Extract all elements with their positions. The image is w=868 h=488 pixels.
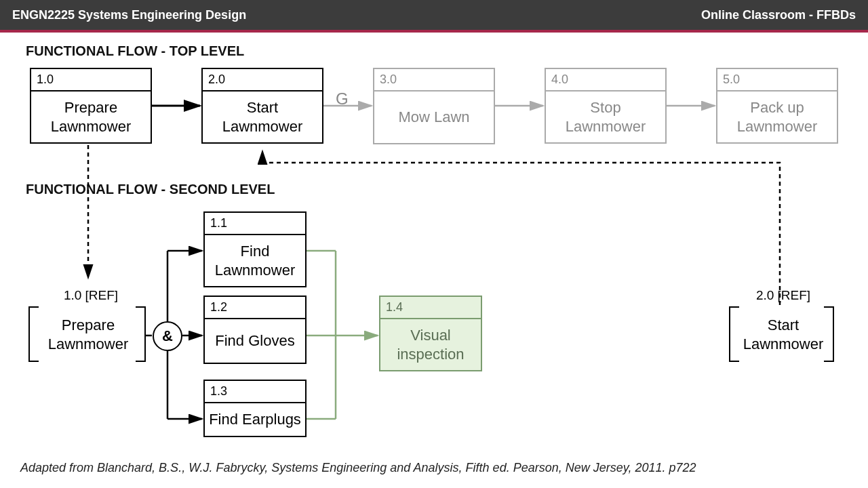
box-num: 3.0 xyxy=(374,69,494,92)
box-5-0: 5.0 Pack up Lawnmower xyxy=(716,68,838,144)
box-label: Mow Lawn xyxy=(374,92,494,143)
citation: Adapted from Blanchard, B.S., W.J. Fabry… xyxy=(20,461,696,475)
and-gate: & xyxy=(153,321,182,351)
box-label: Stop Lawnmower xyxy=(546,92,665,142)
header-right: Online Classroom - FFBDs xyxy=(701,8,856,22)
box-label: Find Lawnmower xyxy=(205,235,305,286)
bracket-icon xyxy=(824,306,834,362)
and-symbol: & xyxy=(162,327,173,345)
box-1-4: 1.4 Visual inspection xyxy=(379,296,482,371)
box-1-2: 1.2 Find Gloves xyxy=(203,296,307,364)
box-num: 2.0 xyxy=(203,69,322,92)
box-1-1: 1.1 Find Lawnmower xyxy=(203,211,307,287)
box-label: Find Gloves xyxy=(205,319,305,363)
box-label: Prepare Lawnmower xyxy=(31,92,151,142)
box-label: Pack up Lawnmower xyxy=(717,92,837,142)
bracket-icon xyxy=(28,306,39,362)
box-4-0: 4.0 Stop Lawnmower xyxy=(545,68,667,144)
box-3-0: 3.0 Mow Lawn xyxy=(373,68,495,144)
box-label: Find Earplugs xyxy=(205,403,305,436)
box-num: 5.0 xyxy=(717,69,837,92)
box-num: 1.2 xyxy=(205,297,305,319)
section-title-second: FUNCTIONAL FLOW - SECOND LEVEL xyxy=(26,182,275,197)
ref-left-label: Prepare Lawnmower xyxy=(41,316,136,353)
box-num: 1.4 xyxy=(380,297,481,319)
ref-left-tag: 1.0 [REF] xyxy=(50,288,132,303)
header-left: ENGN2225 Systems Engineering Design xyxy=(12,8,246,22)
page-header: ENGN2225 Systems Engineering Design Onli… xyxy=(0,0,868,33)
ref-right-tag: 2.0 [REF] xyxy=(743,288,824,303)
box-num: 1.3 xyxy=(205,381,305,403)
box-2-0: 2.0 Start Lawnmower xyxy=(201,68,323,144)
box-label: Start Lawnmower xyxy=(203,92,322,142)
box-label: Visual inspection xyxy=(380,319,481,370)
box-num: 1.0 xyxy=(31,69,151,92)
ref-right-label: Start Lawnmower xyxy=(736,316,831,353)
g-label: G xyxy=(336,89,349,108)
box-1-3: 1.3 Find Earplugs xyxy=(203,380,307,437)
bracket-icon xyxy=(729,306,739,362)
box-1-0: 1.0 Prepare Lawnmower xyxy=(30,68,152,144)
box-num: 4.0 xyxy=(546,69,665,92)
bracket-icon xyxy=(136,306,146,362)
box-num: 1.1 xyxy=(205,213,305,235)
section-title-top: FUNCTIONAL FLOW - TOP LEVEL xyxy=(26,43,244,59)
